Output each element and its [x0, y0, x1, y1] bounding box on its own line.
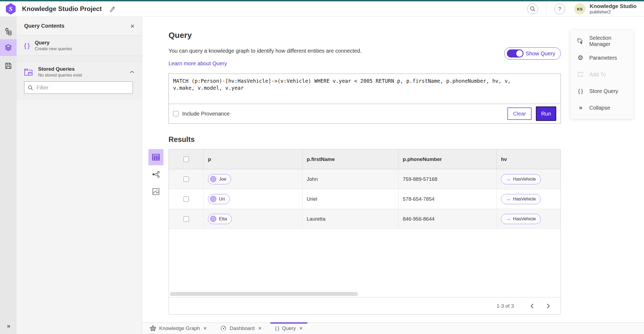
panel-close-icon[interactable]: ×: [130, 23, 134, 30]
parameters-button[interactable]: ⚙ Parameters: [570, 49, 633, 66]
query-editor-container: MATCH (p:Person)-[hv:HasVehicle]->(v:Veh…: [169, 74, 561, 124]
chevron-up-icon: [130, 71, 134, 73]
braces-icon: { }: [24, 42, 30, 49]
table-header-row: p p.firstName p.phoneNumber hv: [169, 149, 561, 169]
column-header-phonenumber[interactable]: p.phoneNumber: [398, 149, 497, 169]
panel-section-gap: [17, 56, 142, 62]
query-actions-menu: Selection Manager ⚙ Parameters Add To { …: [570, 30, 633, 119]
rail-layers-button-active[interactable]: [0, 39, 17, 56]
table-view-button[interactable]: [148, 149, 163, 165]
column-header-hv[interactable]: hv: [497, 149, 561, 169]
pagination-bar: 1-3 of 3: [169, 297, 561, 314]
results-table-card: p p.firstName p.phoneNumber hv Joe: [169, 149, 561, 315]
chevron-right-icon: [547, 303, 550, 309]
row-checkbox[interactable]: [184, 196, 189, 202]
braces-icon: { }: [578, 88, 583, 94]
page-title: Query: [169, 17, 561, 40]
product-name: Knowledge Studio: [590, 3, 636, 9]
braces-icon: { }: [275, 325, 279, 331]
query-text-editor[interactable]: MATCH (p:Person)-[hv:HasVehicle]->(v:Veh…: [169, 74, 561, 104]
node-icon: [210, 176, 216, 182]
search-button[interactable]: [527, 3, 538, 14]
rail-model-tree-button[interactable]: [0, 24, 17, 39]
knowledge-graph-icon: [150, 325, 156, 332]
stored-queries-subtitle: No stored queries exist: [38, 73, 125, 78]
select-all-checkbox[interactable]: [184, 157, 189, 162]
query-item-subtitle: Create new queries: [35, 46, 72, 51]
graph-view-icon: [152, 171, 160, 178]
expand-rail-button[interactable]: »: [0, 323, 17, 330]
close-tab-icon[interactable]: ×: [203, 325, 207, 331]
user-avatar[interactable]: KS: [574, 3, 586, 15]
clear-button[interactable]: Clear: [507, 107, 532, 120]
cell-phonenumber: 846-956-8644: [398, 209, 497, 229]
column-header-firstname[interactable]: p.firstName: [302, 149, 398, 169]
panel-header: Query Contents ×: [17, 17, 142, 35]
node-chip[interactable]: Etta: [208, 214, 232, 224]
stored-queries-title: Stored Queries: [38, 66, 125, 72]
edge-arrow-icon: →: [506, 196, 511, 202]
row-checkbox[interactable]: [184, 177, 189, 182]
filter-search-icon: [28, 85, 33, 91]
show-query-toggle[interactable]: Show Query: [504, 47, 561, 60]
query-editor-footer: Include Provenance Clear Run: [169, 104, 561, 123]
cell-firstname: Lauretta: [302, 209, 398, 229]
pagination-range: 1-3 of 3: [497, 303, 514, 309]
help-icon: ?: [558, 6, 561, 12]
add-to-icon: [577, 71, 584, 77]
node-chip[interactable]: Uri: [208, 194, 230, 204]
username: publisher2: [590, 9, 636, 15]
dashboard-gauge-icon: [220, 325, 227, 332]
tab-dashboard[interactable]: Dashboard ×: [217, 323, 265, 334]
table-row: Uri Uriel 578-654-7854 → HasVehicle: [169, 189, 561, 209]
header-divider: [546, 3, 546, 15]
query-description: You can query a knowledge graph to ident…: [169, 48, 561, 54]
cell-phonenumber: 759-889-57168: [398, 169, 497, 189]
show-query-label: Show Query: [526, 51, 555, 57]
tab-knowledge-graph[interactable]: Knowledge Graph ×: [146, 323, 211, 334]
row-checkbox[interactable]: [184, 216, 189, 222]
include-provenance-checkbox[interactable]: [173, 111, 178, 116]
edge-chip[interactable]: → HasVehicle: [501, 214, 541, 224]
map-view-button[interactable]: [148, 184, 163, 200]
results-heading: Results: [169, 135, 561, 144]
tab-query-active[interactable]: { } Query ×: [271, 323, 307, 334]
filter-input[interactable]: [36, 85, 129, 91]
graph-view-button[interactable]: [148, 166, 163, 182]
cell-firstname: Uriel: [302, 189, 398, 209]
run-button[interactable]: Run: [536, 106, 556, 121]
close-tab-icon[interactable]: ×: [299, 325, 303, 331]
collapse-menu-button[interactable]: » Collapse: [570, 99, 633, 116]
selection-manager-button[interactable]: Selection Manager: [570, 33, 633, 49]
store-query-button[interactable]: { } Store Query: [570, 83, 633, 99]
panel-title: Query Contents: [24, 23, 130, 29]
svg-text:S: S: [9, 5, 12, 12]
app-logo-icon: S: [5, 3, 16, 15]
edge-chip[interactable]: → HasVehicle: [501, 174, 541, 184]
learn-more-link[interactable]: Learn more about Query: [169, 60, 227, 67]
rail-save-button[interactable]: [0, 58, 17, 74]
chevron-left-icon: [530, 303, 534, 309]
main-area: Query You can query a knowledge graph to…: [142, 17, 644, 322]
stored-queries-filter: [24, 81, 133, 94]
close-tab-icon[interactable]: ×: [258, 325, 262, 331]
stored-queries-header[interactable]: Stored Queries No stored queries exist: [24, 66, 134, 78]
edge-chip[interactable]: → HasVehicle: [501, 194, 541, 204]
table-row: Joe John 759-889-57168 → HasVehicle: [169, 169, 561, 189]
bottom-tab-bar: Knowledge Graph × Dashboard × { } Query …: [142, 322, 644, 334]
horizontal-scrollbar[interactable]: [170, 292, 358, 296]
stored-queries-folder-icon: [24, 68, 33, 76]
next-page-button[interactable]: [544, 302, 552, 310]
node-icon: [210, 196, 216, 202]
node-chip[interactable]: Joe: [208, 174, 231, 184]
left-rail: »: [0, 17, 17, 334]
table-view-icon: [152, 154, 160, 161]
help-button[interactable]: ?: [554, 3, 565, 14]
previous-page-button[interactable]: [528, 302, 536, 310]
cell-phonenumber: 578-654-7854: [398, 189, 497, 209]
map-view-icon: [152, 188, 160, 195]
add-to-button-disabled: Add To: [570, 66, 633, 83]
edit-title-icon[interactable]: [109, 6, 116, 12]
sidebar-item-query[interactable]: { } Query Create new queries: [17, 35, 142, 56]
column-header-p[interactable]: p: [204, 149, 302, 169]
